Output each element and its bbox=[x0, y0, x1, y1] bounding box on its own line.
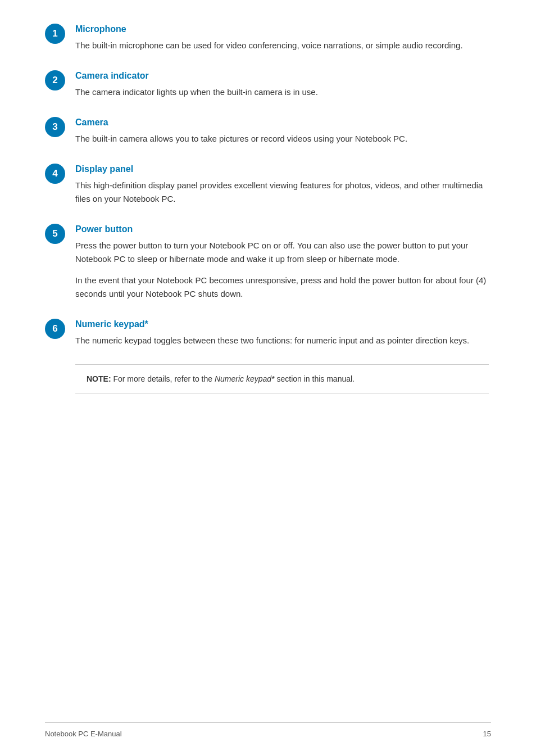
list-item-3: 3CameraThe built-in camera allows you to… bbox=[45, 116, 489, 146]
page-number: 15 bbox=[483, 728, 491, 740]
page-footer: Notebook PC E-Manual 15 bbox=[45, 722, 491, 740]
item-content-1: MicrophoneThe built-in microphone can be… bbox=[75, 22, 489, 52]
item-title-6: Numeric keypad* bbox=[75, 318, 489, 331]
list-item-5: 5Power buttonPress the power button to t… bbox=[45, 223, 489, 301]
badge-3: 3 bbox=[45, 117, 65, 137]
item-text-5-1: In the event that your Notebook PC becom… bbox=[75, 274, 489, 301]
list-item-2: 2Camera indicatorThe camera indicator li… bbox=[45, 69, 489, 99]
badge-5: 5 bbox=[45, 224, 65, 244]
item-content-6: Numeric keypad*The numeric keypad toggle… bbox=[75, 318, 489, 347]
item-content-3: CameraThe built-in camera allows you to … bbox=[75, 116, 489, 146]
item-6-wrapper: 6Numeric keypad*The numeric keypad toggl… bbox=[45, 318, 489, 393]
item-text-4-0: This high-definition display panel provi… bbox=[75, 179, 489, 206]
main-content: 1MicrophoneThe built-in microphone can b… bbox=[45, 22, 489, 393]
item-content-2: Camera indicatorThe camera indicator lig… bbox=[75, 69, 489, 99]
badge-1: 1 bbox=[45, 24, 65, 44]
list-item-6: 6Numeric keypad*The numeric keypad toggl… bbox=[45, 318, 489, 347]
item-content-5: Power buttonPress the power button to tu… bbox=[75, 223, 489, 301]
item-content-4: Display panelThis high-definition displa… bbox=[75, 162, 489, 206]
footer-title: Notebook PC E-Manual bbox=[45, 728, 122, 740]
item-text-2-0: The camera indicator lights up when the … bbox=[75, 85, 489, 99]
item-title-4: Display panel bbox=[75, 162, 489, 176]
badge-6: 6 bbox=[45, 319, 65, 339]
item-title-5: Power button bbox=[75, 223, 489, 236]
item-text-1-0: The built-in microphone can be used for … bbox=[75, 39, 489, 52]
badge-4: 4 bbox=[45, 164, 65, 184]
note-text: NOTE: For more details, refer to the Num… bbox=[87, 373, 478, 385]
item-text-5-0: Press the power button to turn your Note… bbox=[75, 239, 489, 266]
note-box: NOTE: For more details, refer to the Num… bbox=[75, 364, 489, 393]
item-title-3: Camera bbox=[75, 116, 489, 129]
item-title-2: Camera indicator bbox=[75, 69, 489, 83]
badge-2: 2 bbox=[45, 70, 65, 90]
item-text-6-0: The numeric keypad toggles between these… bbox=[75, 334, 489, 347]
list-item-1: 1MicrophoneThe built-in microphone can b… bbox=[45, 22, 489, 52]
item-text-3-0: The built-in camera allows you to take p… bbox=[75, 132, 489, 146]
list-item-4: 4Display panelThis high-definition displ… bbox=[45, 162, 489, 206]
item-title-1: Microphone bbox=[75, 22, 489, 36]
